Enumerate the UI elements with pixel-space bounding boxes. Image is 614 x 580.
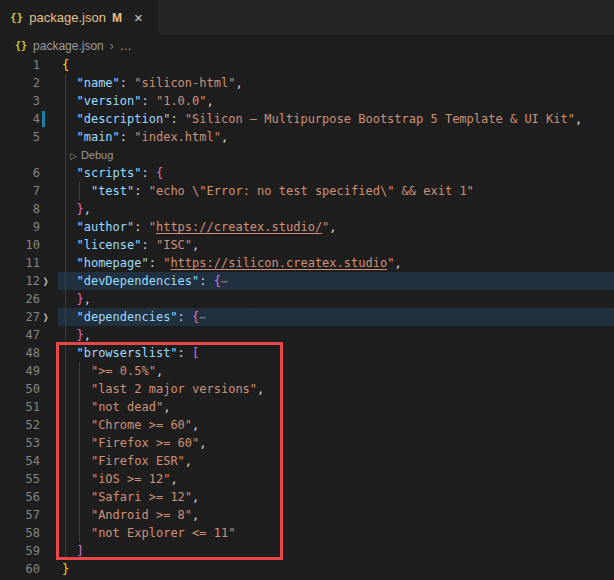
code-line[interactable]: 55 "iOS >= 12", <box>0 470 614 488</box>
tab-package-json[interactable]: {} package.json M × <box>0 0 158 35</box>
line-number: 55 <box>0 470 40 488</box>
line-number: 54 <box>0 452 40 470</box>
code-text: "license": "ISC", <box>62 236 614 254</box>
gutter <box>40 74 62 92</box>
debug-play-icon: ▷ <box>70 151 77 161</box>
code-text: "browserslist": [ <box>62 344 614 362</box>
line-number: 57 <box>0 506 40 524</box>
line-number: 52 <box>0 416 40 434</box>
gutter <box>40 380 62 398</box>
code-text: ">= 0.5%", <box>62 362 614 380</box>
indent-guide <box>79 182 80 200</box>
breadcrumb: {} package.json › … <box>0 35 614 56</box>
close-icon[interactable]: × <box>134 10 143 25</box>
gutter <box>40 506 62 524</box>
line-number: 12 <box>0 272 40 290</box>
code-line[interactable]: 12❯ "devDependencies": {⋯ <box>0 272 614 290</box>
code-line[interactable]: 6 "scripts": { <box>0 164 614 182</box>
gutter <box>40 326 62 344</box>
gutter <box>40 398 62 416</box>
gutter <box>40 416 62 434</box>
code-line[interactable]: 9 "author": "https://createx.studio/", <box>0 218 614 236</box>
code-text: "not dead", <box>62 398 614 416</box>
gutter <box>40 524 62 542</box>
gutter: ❯ <box>40 308 62 326</box>
line-number: 7 <box>0 182 40 200</box>
code-line[interactable]: 2 "name": "silicon-html", <box>0 74 614 92</box>
code-text: { <box>62 56 614 74</box>
code-line[interactable]: 27❯ "dependencies": {⋯ <box>0 308 614 326</box>
code-line[interactable]: 56 "Safari >= 12", <box>0 488 614 506</box>
code-text: "homepage": "https://silicon.createx.stu… <box>62 254 614 272</box>
code-line[interactable]: 7 "test": "echo \"Error: no test specifi… <box>0 182 614 200</box>
code-text: "Safari >= 12", <box>62 488 614 506</box>
code-text: "devDependencies": {⋯ <box>62 272 614 290</box>
line-number: 47 <box>0 326 40 344</box>
line-number: 27 <box>0 308 40 326</box>
code-line[interactable]: 48 "browserslist": [ <box>0 344 614 362</box>
code-line[interactable]: 52 "Chrome >= 60", <box>0 416 614 434</box>
code-line[interactable]: 26 }, <box>0 290 614 308</box>
code-text: "last 2 major versions", <box>62 380 614 398</box>
modified-line-indicator <box>42 111 45 127</box>
line-number: 60 <box>0 560 40 578</box>
code-line[interactable]: 1{ <box>0 56 614 74</box>
json-braces-icon: {} <box>10 11 23 24</box>
code-area[interactable]: 1{2 "name": "silicon-html",3 "version": … <box>0 56 614 580</box>
git-modified-badge: M <box>112 11 122 25</box>
code-line[interactable]: 53 "Firefox >= 60", <box>0 434 614 452</box>
code-text: }, <box>62 326 614 344</box>
code-line[interactable]: 57 "Android >= 8", <box>0 506 614 524</box>
gutter <box>40 560 62 578</box>
line-number: 3 <box>0 92 40 110</box>
indent-guide <box>79 362 80 542</box>
code-line[interactable]: 60} <box>0 560 614 578</box>
code-text: "test": "echo \"Error: no test specified… <box>62 182 614 200</box>
code-text: "Firefox ESR", <box>62 452 614 470</box>
code-line[interactable]: 11 "homepage": "https://silicon.createx.… <box>0 254 614 272</box>
line-number: 2 <box>0 74 40 92</box>
code-line[interactable]: 50 "last 2 major versions", <box>0 380 614 398</box>
breadcrumb-item-symbol[interactable]: … <box>120 39 132 53</box>
gutter <box>40 110 62 128</box>
code-line[interactable]: 59 ] <box>0 542 614 560</box>
code-text: "Android >= 8", <box>62 506 614 524</box>
code-line[interactable]: 3 "version": "1.0.0", <box>0 92 614 110</box>
gutter <box>40 362 62 380</box>
code-line[interactable]: 10 "license": "ISC", <box>0 236 614 254</box>
code-line[interactable]: 5 "main": "index.html", <box>0 128 614 146</box>
code-line[interactable]: 54 "Firefox ESR", <box>0 452 614 470</box>
code-text: "author": "https://createx.studio/", <box>62 218 614 236</box>
gutter <box>40 164 62 182</box>
gutter <box>40 92 62 110</box>
code-line[interactable]: 8 }, <box>0 200 614 218</box>
line-number: 49 <box>0 362 40 380</box>
code-text: "description": "Silicon – Multipurpose B… <box>62 110 614 128</box>
line-number: 26 <box>0 290 40 308</box>
code-line[interactable]: 51 "not dead", <box>0 398 614 416</box>
tab-filename: package.json <box>29 10 106 25</box>
code-line[interactable]: 58 "not Explorer <= 11" <box>0 524 614 542</box>
gutter <box>40 218 62 236</box>
line-number: 51 <box>0 398 40 416</box>
line-number: 53 <box>0 434 40 452</box>
code-line[interactable]: 47 }, <box>0 326 614 344</box>
line-number: 59 <box>0 542 40 560</box>
codelens-text[interactable]: ▷Debug <box>62 146 614 164</box>
gutter <box>40 146 62 164</box>
code-line[interactable]: 49 ">= 0.5%", <box>0 362 614 380</box>
breadcrumb-item-file[interactable]: package.json <box>33 39 104 53</box>
gutter <box>40 128 62 146</box>
gutter <box>40 470 62 488</box>
line-number: 58 <box>0 524 40 542</box>
code-text: "Firefox >= 60", <box>62 434 614 452</box>
code-line[interactable]: 4 "description": "Silicon – Multipurpose… <box>0 110 614 128</box>
indent-guide <box>65 74 66 560</box>
code-text: "name": "silicon-html", <box>62 74 614 92</box>
json-braces-icon: {} <box>15 40 27 51</box>
line-number: 56 <box>0 488 40 506</box>
codelens-row[interactable]: ▷Debug <box>0 146 614 164</box>
code-text: }, <box>62 290 614 308</box>
code-text: "scripts": { <box>62 164 614 182</box>
gutter <box>40 542 62 560</box>
